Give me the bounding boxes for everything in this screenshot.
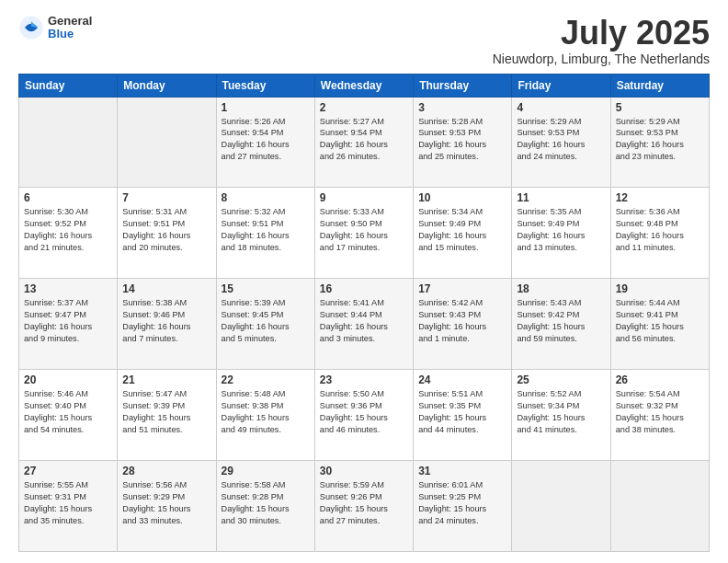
day-info: Sunrise: 5:47 AM Sunset: 9:39 PM Dayligh… [122,388,210,436]
day-number: 18 [517,282,605,295]
location: Nieuwdorp, Limburg, The Netherlands [493,52,710,66]
calendar-day-cell: 28Sunrise: 5:56 AM Sunset: 9:29 PM Dayli… [118,461,216,552]
day-info: Sunrise: 5:44 AM Sunset: 9:41 PM Dayligh… [616,297,704,345]
day-info: Sunrise: 5:43 AM Sunset: 9:42 PM Dayligh… [517,297,605,345]
calendar-day-cell: 6Sunrise: 5:30 AM Sunset: 9:52 PM Daylig… [19,188,118,279]
calendar-header-row: SundayMondayTuesdayWednesdayThursdayFrid… [19,74,710,97]
day-number: 27 [24,465,112,477]
day-number: 19 [616,282,704,295]
day-info: Sunrise: 5:33 AM Sunset: 9:50 PM Dayligh… [320,206,408,254]
calendar-day-cell: 15Sunrise: 5:39 AM Sunset: 9:45 PM Dayli… [216,279,314,370]
day-info: Sunrise: 5:56 AM Sunset: 9:29 PM Dayligh… [122,479,210,527]
day-info: Sunrise: 6:01 AM Sunset: 9:25 PM Dayligh… [418,479,506,527]
calendar-day-cell: 8Sunrise: 5:32 AM Sunset: 9:51 PM Daylig… [216,188,314,279]
day-info: Sunrise: 5:29 AM Sunset: 9:53 PM Dayligh… [616,116,704,164]
day-info: Sunrise: 5:52 AM Sunset: 9:34 PM Dayligh… [517,388,605,436]
calendar-day-cell: 1Sunrise: 5:26 AM Sunset: 9:54 PM Daylig… [216,97,314,188]
calendar-day-cell: 10Sunrise: 5:34 AM Sunset: 9:49 PM Dayli… [414,188,512,279]
day-info: Sunrise: 5:42 AM Sunset: 9:43 PM Dayligh… [418,297,506,345]
month-title: July 2025 [493,15,710,52]
calendar-day-cell: 20Sunrise: 5:46 AM Sunset: 9:40 PM Dayli… [19,370,118,461]
day-number: 11 [517,191,605,204]
day-info: Sunrise: 5:37 AM Sunset: 9:47 PM Dayligh… [24,297,112,345]
logo-general-text: General [48,15,92,28]
day-number: 12 [616,191,704,204]
weekday-header: Monday [118,74,216,97]
day-number: 20 [24,373,112,386]
day-number: 28 [122,465,210,477]
day-info: Sunrise: 5:32 AM Sunset: 9:51 PM Dayligh… [222,206,310,254]
calendar-week-row: 6Sunrise: 5:30 AM Sunset: 9:52 PM Daylig… [19,188,710,279]
weekday-header: Saturday [610,74,709,97]
calendar-day-cell: 11Sunrise: 5:35 AM Sunset: 9:49 PM Dayli… [512,188,610,279]
weekday-header: Sunday [19,74,118,97]
day-number: 10 [418,191,506,204]
calendar-day-cell: 22Sunrise: 5:48 AM Sunset: 9:38 PM Dayli… [216,370,314,461]
day-info: Sunrise: 5:38 AM Sunset: 9:46 PM Dayligh… [122,297,210,345]
calendar-day-cell: 29Sunrise: 5:58 AM Sunset: 9:28 PM Dayli… [216,461,314,552]
calendar-day-cell: 12Sunrise: 5:36 AM Sunset: 9:48 PM Dayli… [610,188,709,279]
page: General Blue July 2025 Nieuwdorp, Limbur… [0,0,728,563]
calendar-day-cell: 9Sunrise: 5:33 AM Sunset: 9:50 PM Daylig… [314,188,413,279]
calendar-day-cell: 16Sunrise: 5:41 AM Sunset: 9:44 PM Dayli… [314,279,413,370]
calendar-day-cell: 17Sunrise: 5:42 AM Sunset: 9:43 PM Dayli… [414,279,512,370]
day-number: 30 [320,465,408,477]
calendar-day-cell: 14Sunrise: 5:38 AM Sunset: 9:46 PM Dayli… [118,279,216,370]
logo: General Blue [18,15,92,41]
day-number: 14 [122,282,210,295]
day-info: Sunrise: 5:58 AM Sunset: 9:28 PM Dayligh… [222,479,310,527]
day-number: 3 [418,101,506,114]
day-number: 25 [517,373,605,386]
calendar-week-row: 27Sunrise: 5:55 AM Sunset: 9:31 PM Dayli… [19,461,710,552]
day-info: Sunrise: 5:35 AM Sunset: 9:49 PM Dayligh… [517,206,605,254]
logo-text: General Blue [48,15,92,41]
day-number: 29 [222,465,310,477]
calendar-week-row: 20Sunrise: 5:46 AM Sunset: 9:40 PM Dayli… [19,370,710,461]
day-info: Sunrise: 5:30 AM Sunset: 9:52 PM Dayligh… [24,206,112,254]
calendar-day-cell: 24Sunrise: 5:51 AM Sunset: 9:35 PM Dayli… [414,370,512,461]
logo-blue-text: Blue [48,28,92,40]
day-number: 6 [24,191,112,204]
day-number: 31 [418,465,506,477]
title-section: July 2025 Nieuwdorp, Limburg, The Nether… [493,15,710,66]
day-info: Sunrise: 5:28 AM Sunset: 9:53 PM Dayligh… [418,116,506,164]
weekday-header: Wednesday [314,74,413,97]
calendar-day-cell: 18Sunrise: 5:43 AM Sunset: 9:42 PM Dayli… [512,279,610,370]
weekday-header: Friday [512,74,610,97]
calendar-day-cell: 23Sunrise: 5:50 AM Sunset: 9:36 PM Dayli… [314,370,413,461]
day-info: Sunrise: 5:29 AM Sunset: 9:53 PM Dayligh… [517,116,605,164]
day-number: 4 [517,101,605,114]
day-info: Sunrise: 5:34 AM Sunset: 9:49 PM Dayligh… [418,206,506,254]
logo-icon [18,15,44,40]
calendar-day-cell: 7Sunrise: 5:31 AM Sunset: 9:51 PM Daylig… [118,188,216,279]
calendar-day-cell: 2Sunrise: 5:27 AM Sunset: 9:54 PM Daylig… [314,97,413,188]
day-number: 24 [418,373,506,386]
calendar-day-cell [118,97,216,188]
calendar-day-cell: 27Sunrise: 5:55 AM Sunset: 9:31 PM Dayli… [19,461,118,552]
day-number: 7 [122,191,210,204]
calendar-day-cell: 5Sunrise: 5:29 AM Sunset: 9:53 PM Daylig… [610,97,709,188]
day-info: Sunrise: 5:48 AM Sunset: 9:38 PM Dayligh… [222,388,310,436]
day-number: 23 [320,373,408,386]
day-info: Sunrise: 5:51 AM Sunset: 9:35 PM Dayligh… [418,388,506,436]
day-number: 2 [320,101,408,114]
calendar-day-cell: 26Sunrise: 5:54 AM Sunset: 9:32 PM Dayli… [610,370,709,461]
day-info: Sunrise: 5:31 AM Sunset: 9:51 PM Dayligh… [122,206,210,254]
calendar-week-row: 13Sunrise: 5:37 AM Sunset: 9:47 PM Dayli… [19,279,710,370]
calendar-day-cell: 21Sunrise: 5:47 AM Sunset: 9:39 PM Dayli… [118,370,216,461]
calendar-day-cell: 30Sunrise: 5:59 AM Sunset: 9:26 PM Dayli… [314,461,413,552]
day-number: 13 [24,282,112,295]
header: General Blue July 2025 Nieuwdorp, Limbur… [18,15,710,66]
calendar-week-row: 1Sunrise: 5:26 AM Sunset: 9:54 PM Daylig… [19,97,710,188]
day-number: 21 [122,373,210,386]
day-info: Sunrise: 5:54 AM Sunset: 9:32 PM Dayligh… [616,388,704,436]
calendar-day-cell: 4Sunrise: 5:29 AM Sunset: 9:53 PM Daylig… [512,97,610,188]
calendar-day-cell: 13Sunrise: 5:37 AM Sunset: 9:47 PM Dayli… [19,279,118,370]
day-info: Sunrise: 5:55 AM Sunset: 9:31 PM Dayligh… [24,479,112,527]
day-number: 15 [222,282,310,295]
day-info: Sunrise: 5:46 AM Sunset: 9:40 PM Dayligh… [24,388,112,436]
day-number: 9 [320,191,408,204]
day-info: Sunrise: 5:41 AM Sunset: 9:44 PM Dayligh… [320,297,408,345]
calendar-day-cell [19,97,118,188]
day-number: 8 [222,191,310,204]
